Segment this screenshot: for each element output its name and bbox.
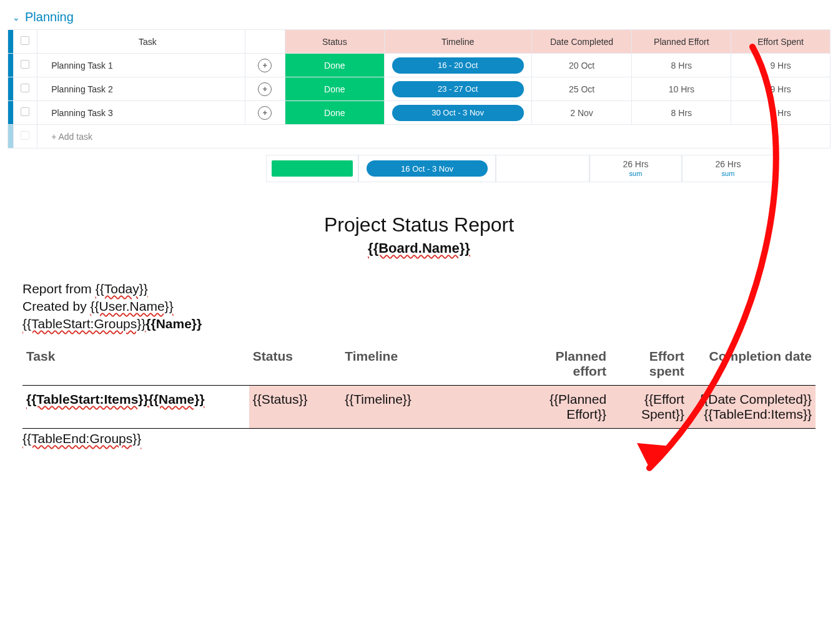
planned-effort-cell[interactable]: 8 Hrs xyxy=(632,101,731,125)
status-pill[interactable]: Done xyxy=(285,101,384,124)
tpl-header-timeline: Timeline xyxy=(341,343,525,386)
table-row[interactable]: Planning Task 2 + Done 23 - 27 Oct 25 Oc… xyxy=(8,77,831,101)
tpl-cell-date: {{Date Completed}}{{TableEnd:Items}} xyxy=(688,386,816,429)
tpl-header-date: Completion date xyxy=(688,343,816,386)
group-header[interactable]: ⌄ Planning xyxy=(7,6,831,29)
board-group: ⌄ Planning Task Status Timeline Date Com… xyxy=(7,6,831,182)
table-header-row: Task Status Timeline Date Completed Plan… xyxy=(8,30,831,54)
col-header-effort-spent[interactable]: Effort Spent xyxy=(731,30,831,54)
effort-spent-cell[interactable]: 8 Hrs xyxy=(731,101,831,125)
report-author-line: Created by {{User.Name}} xyxy=(22,299,816,314)
svg-marker-0 xyxy=(637,443,671,468)
tpl-header-spent: Effort spent xyxy=(610,343,688,386)
date-completed-cell[interactable]: 2 Nov xyxy=(531,101,632,125)
col-header-task[interactable]: Task xyxy=(37,30,245,54)
add-comment-icon[interactable]: + xyxy=(258,59,272,72)
add-comment-icon[interactable]: + xyxy=(258,106,272,120)
summary-date xyxy=(496,155,589,182)
group-name: Planning xyxy=(25,10,74,24)
effort-spent-cell[interactable]: 9 Hrs xyxy=(731,77,831,101)
table-row[interactable]: Planning Task 1 + Done 16 - 20 Oct 20 Oc… xyxy=(8,54,831,77)
planned-effort-cell[interactable]: 10 Hrs xyxy=(632,77,731,101)
row-checkbox[interactable] xyxy=(21,84,29,92)
group-start-token: {{TableStart:Groups}}{{Name}} xyxy=(22,316,816,331)
report-date-line: Report from {{Today}} xyxy=(22,281,816,296)
summary-spent: 26 Hrs sum xyxy=(682,155,774,182)
planned-effort-cell[interactable]: 8 Hrs xyxy=(632,54,731,77)
summary-timeline: 16 Oct - 3 Nov xyxy=(358,155,496,182)
group-end-token: {{TableEnd:Groups}} xyxy=(22,431,816,446)
add-comment-icon[interactable]: + xyxy=(258,82,272,96)
col-header-planned-effort[interactable]: Planned Effort xyxy=(632,30,731,54)
table-row[interactable]: Planning Task 3 + Done 30 Oct - 3 Nov 2 … xyxy=(8,101,831,125)
row-checkbox xyxy=(21,131,29,140)
summary-planned: 26 Hrs sum xyxy=(589,155,682,182)
summary-row: 16 Oct - 3 Nov 26 Hrs sum 26 Hrs sum xyxy=(7,155,831,182)
tpl-cell-timeline: {{Timeline}} xyxy=(341,386,525,429)
date-completed-cell[interactable]: 25 Oct xyxy=(531,77,632,101)
template-item-row: {{TableStart:Items}}{{Name}} {{Status}} … xyxy=(22,386,816,429)
row-checkbox[interactable] xyxy=(21,107,29,116)
tpl-cell-planned: {{Planned Effort}} xyxy=(525,386,610,429)
status-pill[interactable]: Done xyxy=(285,77,384,100)
tpl-cell-task: {{TableStart:Items}}{{Name}} xyxy=(22,386,249,429)
timeline-pill[interactable]: 23 - 27 Oct xyxy=(392,81,524,97)
tpl-header-status: Status xyxy=(249,343,341,386)
chevron-down-icon: ⌄ xyxy=(12,12,20,22)
task-name-cell[interactable]: Planning Task 1 xyxy=(37,54,245,77)
report-title: Project Status Report xyxy=(22,213,816,237)
board-table: Task Status Timeline Date Completed Plan… xyxy=(7,29,831,149)
status-pill[interactable]: Done xyxy=(285,54,384,77)
date-completed-cell[interactable]: 20 Oct xyxy=(531,54,632,77)
report-subtitle: {{Board.Name}} xyxy=(22,240,816,256)
timeline-pill[interactable]: 16 - 20 Oct xyxy=(392,57,524,74)
col-header-timeline[interactable]: Timeline xyxy=(384,30,531,54)
effort-spent-cell[interactable]: 9 Hrs xyxy=(731,54,831,77)
template-items-table: Task Status Timeline Planned effort Effo… xyxy=(22,343,816,429)
task-name-cell[interactable]: Planning Task 3 xyxy=(37,101,245,125)
tpl-header-task: Task xyxy=(22,343,249,386)
tpl-cell-spent: {{Effort Spent}} xyxy=(610,386,688,429)
timeline-pill[interactable]: 30 Oct - 3 Nov xyxy=(392,105,524,121)
col-header-date-completed[interactable]: Date Completed xyxy=(531,30,632,54)
task-name-cell[interactable]: Planning Task 2 xyxy=(37,77,245,101)
add-task-label[interactable]: + Add task xyxy=(37,125,831,149)
add-task-row[interactable]: + Add task xyxy=(8,125,831,149)
summary-status xyxy=(266,155,358,182)
tpl-cell-status: {{Status}} xyxy=(249,386,341,429)
row-checkbox[interactable] xyxy=(21,60,29,69)
select-all-checkbox[interactable] xyxy=(21,36,29,45)
tpl-header-planned: Planned effort xyxy=(525,343,610,386)
col-header-status[interactable]: Status xyxy=(285,30,384,54)
report-document: Project Status Report {{Board.Name}} Rep… xyxy=(22,213,816,446)
